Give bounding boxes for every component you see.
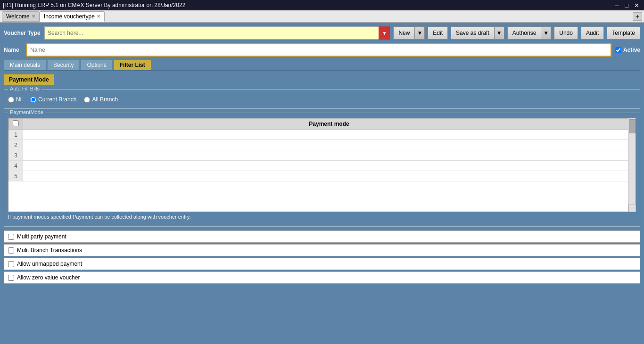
payment-mode-legend: PaymentMode: [8, 109, 45, 115]
app-title: [R1] Running ERP 5.1 on CMAX Server By a…: [3, 2, 185, 8]
tab-welcome[interactable]: Welcome ✕: [2, 11, 40, 22]
search-dropdown-button[interactable]: ▼: [379, 26, 390, 40]
authorise-dropdown-button[interactable]: ▼: [541, 26, 551, 40]
edit-button[interactable]: Edit: [428, 26, 448, 40]
radio-current-branch-input[interactable]: [30, 97, 36, 103]
search-input[interactable]: [45, 27, 379, 39]
name-label: Name: [4, 47, 23, 53]
active-label: Active: [623, 47, 640, 53]
allow-unmapped-item[interactable]: Allow unmapped payment: [4, 258, 640, 270]
checkbox-list: Multi party payment Mulit Branch Transac…: [4, 230, 640, 284]
multi-party-item[interactable]: Multi party payment: [4, 230, 640, 243]
new-button[interactable]: New: [393, 26, 414, 40]
multi-branch-checkbox[interactable]: [8, 247, 14, 254]
tab-main-details[interactable]: Main details: [4, 59, 46, 70]
auto-fill-radio-group: Nil Current Branch All Branch: [8, 94, 636, 105]
save-as-draft-button-group: Save as draft ▼: [451, 26, 504, 40]
table-header-checkbox: [9, 119, 23, 130]
new-dropdown-button[interactable]: ▼: [414, 26, 425, 40]
table-scrollbar[interactable]: [628, 118, 636, 212]
multi-branch-item[interactable]: Mulit Branch Transactions: [4, 244, 640, 256]
tab-add-button[interactable]: +: [633, 12, 642, 21]
scrollbar-corner: [628, 205, 636, 212]
active-checkbox-label[interactable]: Active: [615, 47, 640, 53]
allow-unmapped-checkbox[interactable]: [8, 261, 14, 267]
allow-zero-checkbox[interactable]: [8, 275, 14, 281]
radio-nil[interactable]: Nil: [8, 96, 23, 103]
row-num-5: 5: [9, 171, 23, 181]
payment-mode-button[interactable]: Payment Mode: [4, 74, 54, 85]
radio-current-branch[interactable]: Current Branch: [30, 96, 76, 103]
payment-mode-info: If payment modes specified,Payment can b…: [8, 214, 636, 220]
auto-fill-bills-group: Auto Fill Bills Nil Current Branch All B…: [4, 89, 640, 109]
payment-mode-table-wrapper: Payment mode 1 2: [8, 118, 636, 212]
name-row: Name Active: [4, 43, 640, 57]
active-checkbox[interactable]: [615, 47, 621, 53]
scrollbar-thumb: [629, 119, 636, 133]
row-value-1[interactable]: [23, 130, 636, 140]
close-button[interactable]: ✕: [632, 2, 641, 8]
tab-income-vouchertype[interactable]: Income vouchertype ✕: [40, 11, 105, 22]
maximize-button[interactable]: □: [623, 2, 630, 8]
row-num-1: 1: [9, 130, 23, 140]
authorise-button-group: Authorise ▼: [507, 26, 552, 40]
audit-button[interactable]: Audit: [581, 26, 604, 40]
allow-zero-item[interactable]: Allow zero value voucher: [4, 271, 640, 284]
tab-welcome-close[interactable]: ✕: [32, 14, 35, 19]
tab-options[interactable]: Options: [81, 59, 112, 70]
tab-income-vouchertype-label: Income vouchertype: [44, 13, 95, 20]
table-row: 2: [9, 140, 636, 150]
new-button-group: New ▼: [393, 26, 425, 40]
row-num-2: 2: [9, 140, 23, 150]
row-num-4: 4: [9, 161, 23, 171]
undo-button[interactable]: Undo: [554, 26, 578, 40]
payment-table: Payment mode 1 2: [8, 118, 636, 181]
template-button[interactable]: Template: [607, 26, 640, 40]
table-row: 4: [9, 161, 636, 171]
multi-party-checkbox[interactable]: [8, 234, 14, 240]
tab-income-vouchertype-close[interactable]: ✕: [97, 14, 100, 19]
multi-branch-label: Mulit Branch Transactions: [17, 247, 82, 254]
sub-tabs: Main details Security Options Filter Lis…: [4, 59, 640, 71]
toolbar: Voucher Type ▼ New ▼ Edit Save as draft …: [4, 26, 640, 40]
voucher-type-label: Voucher Type: [4, 30, 41, 36]
row-value-2[interactable]: [23, 140, 636, 150]
auto-fill-bills-legend: Auto Fill Bills: [8, 86, 41, 91]
allow-unmapped-label: Allow unmapped payment: [17, 261, 82, 267]
name-input[interactable]: [26, 43, 611, 57]
save-dropdown-button[interactable]: ▼: [494, 26, 504, 40]
table-row: 5: [9, 171, 636, 181]
radio-all-branch-input[interactable]: [84, 97, 90, 103]
tab-filter-list[interactable]: Filter List: [114, 59, 151, 70]
payment-table-container[interactable]: Payment mode 1 2: [8, 118, 636, 212]
table-header-payment-mode: Payment mode: [23, 119, 636, 130]
radio-all-branch[interactable]: All Branch: [84, 96, 118, 103]
main-area: Voucher Type ▼ New ▼ Edit Save as draft …: [0, 23, 644, 344]
radio-all-branch-label: All Branch: [92, 96, 118, 103]
tab-welcome-label: Welcome: [6, 13, 30, 20]
radio-current-branch-label: Current Branch: [38, 96, 76, 103]
title-bar: [R1] Running ERP 5.1 on CMAX Server By a…: [0, 0, 644, 10]
radio-nil-label: Nil: [16, 96, 23, 103]
row-num-3: 3: [9, 150, 23, 161]
row-value-4[interactable]: [23, 161, 636, 171]
table-row: 3: [9, 150, 636, 161]
table-row: 1: [9, 130, 636, 140]
minimize-button[interactable]: ─: [613, 2, 621, 8]
allow-zero-label: Allow zero value voucher: [17, 274, 80, 281]
payment-mode-group: PaymentMode Payment mode 1: [4, 113, 640, 227]
select-all-checkbox[interactable]: [13, 120, 19, 126]
row-value-5[interactable]: [23, 171, 636, 181]
authorise-button[interactable]: Authorise: [507, 26, 541, 40]
multi-party-label: Multi party payment: [17, 233, 66, 240]
row-value-3[interactable]: [23, 150, 636, 161]
tab-bar: Welcome ✕ Income vouchertype ✕ +: [0, 10, 644, 23]
tab-security[interactable]: Security: [47, 59, 80, 70]
content-panel: Payment Mode Auto Fill Bills Nil Current…: [4, 74, 640, 284]
save-as-draft-button[interactable]: Save as draft: [451, 26, 494, 40]
search-box: ▼: [44, 26, 390, 40]
window-controls: ─ □ ✕: [613, 2, 641, 8]
radio-nil-input[interactable]: [8, 97, 14, 103]
